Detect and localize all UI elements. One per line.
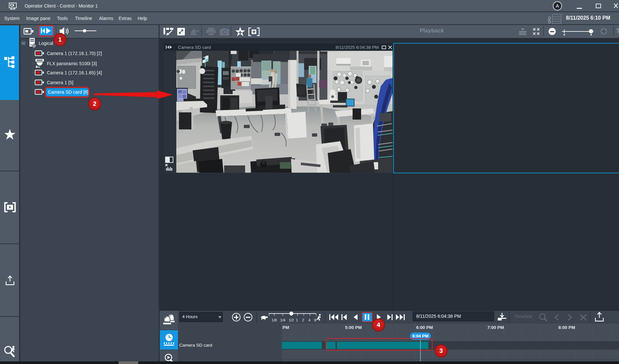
svg-text:6:00 PM: 6:00 PM [416,325,433,330]
svg-text:CPU: CPU [548,17,551,24]
svg-text:8:00 PM: 8:00 PM [558,325,575,330]
svg-text:PM: PM [282,325,289,330]
svg-text:5:00 PM: 5:00 PM [345,325,362,330]
svg-text:7:00 PM: 7:00 PM [487,325,504,330]
